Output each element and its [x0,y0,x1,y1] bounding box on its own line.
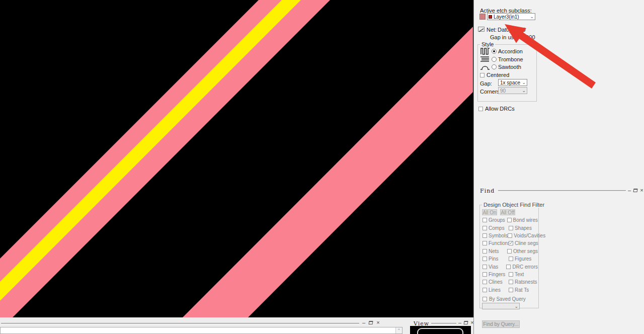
style-option-trombone[interactable]: Trombone [480,56,523,63]
filter-checkbox[interactable] [509,226,513,230]
filter-label: Nets [489,248,499,254]
view-panel-titlebar[interactable] [431,323,456,324]
float-window-icon[interactable] [633,189,638,192]
command-console[interactable]: ^ [0,327,403,334]
filter-label: Text [515,272,524,277]
filter-checkbox[interactable] [482,233,487,238]
view-extents-outline [417,328,463,334]
corners-value: 90 [499,88,506,94]
accordion-icon [480,48,490,55]
filter-label: Fingers [489,272,505,277]
view-thumbnail[interactable] [410,326,471,334]
filter-checkbox[interactable] [507,249,512,254]
by-saved-query-label: By Saved Query [489,296,526,302]
find-panel-title: Find [480,188,495,194]
net-value: Dat0_Dq_0 [498,27,526,33]
close-icon[interactable]: × [376,320,379,325]
filter-checkbox[interactable] [506,265,511,269]
find-filter-row: Comps Shapes [482,224,538,231]
filter-checkbox[interactable] [509,280,513,284]
gap-dropdown[interactable]: 1x space ⌄ [498,79,527,86]
find-filter-row: Groups Bond wires [482,216,538,224]
saved-query-dropdown[interactable]: ⌄ [482,303,520,309]
filter-label: Voids/Cavities [514,233,545,238]
find-filter-row: Pins Figures [482,255,538,263]
style-option-accordion[interactable]: Accordion [480,48,523,55]
find-filter-row: Lines Rat Ts [482,286,538,294]
find-filter-row: Symbols Voids/Cavities [482,232,538,239]
filter-label: Clines [489,279,503,285]
all-on-button[interactable]: All On [482,209,497,215]
allow-drcs-label: Allow DRCs [485,106,515,112]
layer-color-icon [489,15,492,19]
options-panel: Active etch subclass: Layer3(in1) ⌄ Net:… [473,0,644,334]
filter-checkbox[interactable] [482,249,487,254]
close-icon[interactable]: × [640,188,643,193]
find-filter-row: Nets Other segs [482,247,538,255]
filter-checkbox[interactable] [482,257,487,261]
chevron-down-icon: ⌄ [530,15,535,18]
minimize-icon[interactable]: – [362,320,365,325]
find-by-query-button[interactable]: Find by Query... [482,320,520,328]
filter-label: Figures [515,256,531,262]
filter-checkbox[interactable] [482,218,487,222]
sawtooth-label: Sawtooth [498,64,521,70]
filter-checkbox[interactable] [482,226,487,230]
minimize-icon[interactable]: – [458,320,461,325]
filter-checkbox[interactable] [509,241,513,245]
net-label: Net: [487,27,497,33]
filter-checkbox[interactable] [482,280,487,284]
find-titlebar-groove [498,190,626,192]
trombone-radio[interactable] [492,57,497,62]
design-canvas[interactable] [0,0,473,317]
filter-checkbox[interactable] [508,233,512,238]
gap-value: 1x space [499,80,520,86]
filter-label: Other segs [513,248,538,254]
filter-label: DRC errors [512,264,538,270]
filter-label: Cline segs [515,240,538,246]
scroll-up-icon[interactable]: ^ [395,327,402,333]
filter-checkbox[interactable] [507,218,512,222]
all-off-button[interactable]: All Off [500,209,515,215]
command-panel-titlebar[interactable] [1,323,359,324]
filter-checkbox[interactable] [509,272,513,277]
centered-checkbox[interactable] [480,73,485,77]
style-option-sawtooth[interactable]: Sawtooth [480,63,521,70]
chevron-down-icon: ⌄ [514,305,519,308]
filter-label: Lines [489,287,501,293]
filter-label: Symbols [489,233,508,238]
centered-option[interactable]: Centered [480,72,509,78]
active-subclass-dropdown[interactable]: Layer3(in1) ⌄ [487,13,535,20]
accordion-radio[interactable] [492,49,497,54]
filter-label: Bond wires [513,217,538,223]
corners-dropdown[interactable]: 90 ⌄ [498,87,527,94]
find-panel-titlebar[interactable]: Find – × [474,188,644,195]
filter-checkbox[interactable] [482,288,487,292]
filter-checkbox[interactable] [482,265,487,269]
find-filter-row: Functions Cline segs [482,239,538,247]
by-saved-query-option[interactable]: By Saved Query [482,296,526,302]
filter-checkbox[interactable] [509,288,513,292]
filter-checkbox[interactable] [482,241,487,245]
net-select-icon[interactable] [478,27,485,32]
chevron-down-icon: ⌄ [522,81,527,84]
centered-label: Centered [487,72,509,78]
allow-drcs-checkbox[interactable] [478,107,483,111]
float-window-icon[interactable] [369,321,373,324]
sawtooth-icon [480,63,490,70]
allow-drcs-option[interactable]: Allow DRCs [478,106,515,112]
bottom-dock: – × ^ View – × [0,317,473,334]
filter-checkbox[interactable] [482,272,487,277]
by-saved-query-checkbox[interactable] [482,297,487,301]
find-panel: Find – × Design Object Find Filter All O… [474,188,644,334]
chevron-down-icon: ⌄ [522,89,527,92]
filter-label: Rat Ts [515,287,529,293]
find-filter-group-label: Design Object Find Filter [482,202,546,208]
style-group-label: Style [480,41,495,47]
find-filter-rows: Groups Bond wires Comps [482,216,538,294]
filter-label: Ratsnests [515,279,537,285]
minimize-icon[interactable]: – [628,188,631,193]
sawtooth-radio[interactable] [492,64,497,69]
float-window-icon[interactable] [464,321,468,324]
filter-checkbox[interactable] [509,257,513,261]
